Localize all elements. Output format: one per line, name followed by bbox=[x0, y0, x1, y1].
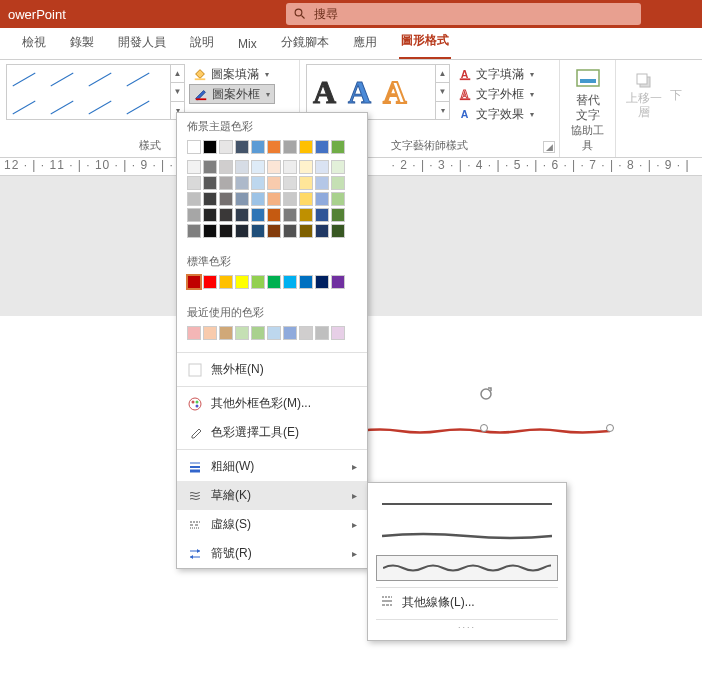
color-swatch[interactable] bbox=[203, 275, 217, 289]
dialog-launcher-icon[interactable]: ◢ bbox=[543, 141, 555, 153]
color-swatch[interactable] bbox=[235, 224, 249, 238]
color-swatch[interactable] bbox=[283, 326, 297, 340]
alt-text-button[interactable]: 替代 文字 bbox=[566, 64, 610, 123]
tab-apps[interactable]: 應用 bbox=[351, 26, 379, 59]
weight-item[interactable]: 粗細(W)▸ bbox=[177, 452, 367, 481]
color-swatch[interactable] bbox=[187, 208, 201, 222]
color-swatch[interactable] bbox=[203, 160, 217, 174]
arrows-item[interactable]: 箭號(R)▸ bbox=[177, 539, 367, 568]
color-swatch[interactable] bbox=[203, 192, 217, 206]
color-swatch[interactable] bbox=[219, 208, 233, 222]
bring-forward-button[interactable]: 上移一層 bbox=[622, 64, 666, 126]
color-swatch[interactable] bbox=[219, 192, 233, 206]
color-swatch[interactable] bbox=[315, 275, 329, 289]
color-swatch[interactable] bbox=[315, 140, 329, 154]
color-swatch[interactable] bbox=[299, 326, 313, 340]
color-swatch[interactable] bbox=[331, 275, 345, 289]
submenu-resize-icon[interactable]: ···· bbox=[376, 619, 558, 632]
color-swatch[interactable] bbox=[283, 224, 297, 238]
text-effect-button[interactable]: A 文字效果▾ bbox=[454, 104, 538, 124]
color-swatch[interactable] bbox=[331, 192, 345, 206]
sketchy-option-curved[interactable] bbox=[376, 523, 558, 549]
color-swatch[interactable] bbox=[299, 275, 313, 289]
color-swatch[interactable] bbox=[187, 224, 201, 238]
wordart-scroll[interactable]: ▲▼▾ bbox=[436, 64, 450, 120]
color-swatch[interactable] bbox=[219, 160, 233, 174]
color-swatch[interactable] bbox=[315, 326, 329, 340]
color-swatch[interactable] bbox=[331, 140, 345, 154]
send-backward-button[interactable]: 下 bbox=[666, 64, 686, 126]
color-swatch[interactable] bbox=[283, 160, 297, 174]
color-swatch[interactable] bbox=[283, 140, 297, 154]
color-swatch[interactable] bbox=[203, 326, 217, 340]
text-fill-button[interactable]: A 文字填滿▾ bbox=[454, 64, 538, 84]
color-swatch[interactable] bbox=[267, 224, 281, 238]
color-swatch[interactable] bbox=[187, 192, 201, 206]
color-swatch[interactable] bbox=[187, 140, 201, 154]
color-swatch[interactable] bbox=[235, 140, 249, 154]
color-swatch[interactable] bbox=[187, 160, 201, 174]
color-swatch[interactable] bbox=[219, 224, 233, 238]
color-swatch[interactable] bbox=[267, 176, 281, 190]
color-swatch[interactable] bbox=[267, 160, 281, 174]
sketchy-option-straight[interactable] bbox=[376, 491, 558, 517]
tab-storyboard[interactable]: 分鏡腳本 bbox=[279, 26, 331, 59]
color-swatch[interactable] bbox=[315, 224, 329, 238]
color-swatch[interactable] bbox=[315, 176, 329, 190]
color-swatch[interactable] bbox=[299, 160, 313, 174]
color-swatch[interactable] bbox=[251, 275, 265, 289]
text-outline-button[interactable]: A 文字外框▾ bbox=[454, 84, 538, 104]
color-swatch[interactable] bbox=[315, 192, 329, 206]
resize-handle-right[interactable] bbox=[606, 424, 614, 432]
shape-style-gallery[interactable] bbox=[6, 64, 171, 120]
color-swatch[interactable] bbox=[331, 224, 345, 238]
color-swatch[interactable] bbox=[251, 326, 265, 340]
tab-view[interactable]: 檢視 bbox=[20, 26, 48, 59]
color-swatch[interactable] bbox=[283, 192, 297, 206]
tab-help[interactable]: 說明 bbox=[188, 26, 216, 59]
color-swatch[interactable] bbox=[187, 275, 201, 289]
color-swatch[interactable] bbox=[299, 140, 313, 154]
color-swatch[interactable] bbox=[267, 140, 281, 154]
sketchy-option-wavy[interactable] bbox=[376, 555, 558, 581]
shape-fill-button[interactable]: 圖案填滿▾ bbox=[189, 64, 275, 84]
tab-developer[interactable]: 開發人員 bbox=[116, 26, 168, 59]
color-swatch[interactable] bbox=[283, 275, 297, 289]
color-swatch[interactable] bbox=[299, 176, 313, 190]
color-swatch[interactable] bbox=[235, 275, 249, 289]
color-swatch[interactable] bbox=[187, 326, 201, 340]
color-swatch[interactable] bbox=[203, 176, 217, 190]
tab-mix[interactable]: Mix bbox=[236, 29, 259, 59]
color-swatch[interactable] bbox=[283, 176, 297, 190]
color-swatch[interactable] bbox=[235, 208, 249, 222]
color-swatch[interactable] bbox=[267, 275, 281, 289]
tab-shape-format[interactable]: 圖形格式 bbox=[399, 24, 451, 59]
color-swatch[interactable] bbox=[235, 176, 249, 190]
color-swatch[interactable] bbox=[283, 208, 297, 222]
color-swatch[interactable] bbox=[219, 275, 233, 289]
color-swatch[interactable] bbox=[251, 140, 265, 154]
color-swatch[interactable] bbox=[235, 160, 249, 174]
color-swatch[interactable] bbox=[299, 224, 313, 238]
color-swatch[interactable] bbox=[187, 176, 201, 190]
color-swatch[interactable] bbox=[331, 326, 345, 340]
color-swatch[interactable] bbox=[251, 160, 265, 174]
more-colors-item[interactable]: 其他外框色彩(M)... bbox=[177, 389, 367, 418]
resize-handle-mid[interactable] bbox=[480, 424, 488, 432]
color-swatch[interactable] bbox=[251, 176, 265, 190]
color-swatch[interactable] bbox=[251, 208, 265, 222]
color-swatch[interactable] bbox=[251, 224, 265, 238]
sketchy-item[interactable]: 草繪(K)▸ bbox=[177, 481, 367, 510]
color-swatch[interactable] bbox=[203, 224, 217, 238]
dashes-item[interactable]: 虛線(S)▸ bbox=[177, 510, 367, 539]
color-swatch[interactable] bbox=[267, 208, 281, 222]
eyedropper-item[interactable]: 色彩選擇工具(E) bbox=[177, 418, 367, 447]
color-swatch[interactable] bbox=[203, 208, 217, 222]
color-swatch[interactable] bbox=[203, 140, 217, 154]
color-swatch[interactable] bbox=[219, 176, 233, 190]
rotate-handle[interactable] bbox=[478, 386, 494, 402]
color-swatch[interactable] bbox=[219, 140, 233, 154]
color-swatch[interactable] bbox=[315, 160, 329, 174]
more-lines-item[interactable]: 其他線條(L)... bbox=[376, 587, 558, 617]
color-swatch[interactable] bbox=[299, 208, 313, 222]
